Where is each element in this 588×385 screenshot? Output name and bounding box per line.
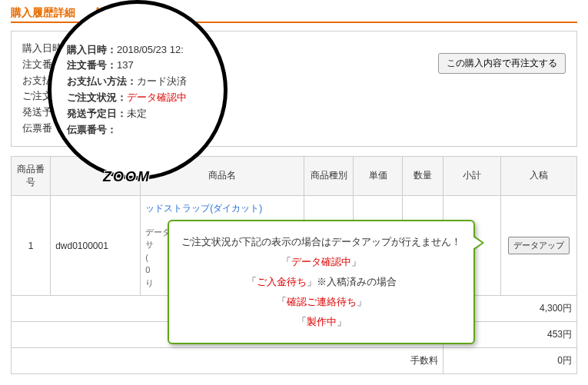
info-label: 発送予 — [22, 105, 52, 121]
zoom-value: 2018/05/23 12: — [117, 44, 184, 55]
callout-item: 「ご入金待ち」※入稿済みの場合 — [181, 272, 461, 292]
zoom-value: カード決済 — [137, 75, 187, 87]
col-header-upload: 入稿 — [500, 156, 576, 195]
zoom-label: 注文番号： — [67, 59, 117, 71]
col-header-unit: 単価 — [354, 156, 403, 195]
cell-upload: データアップ — [500, 195, 576, 296]
zoom-label: お支払い方法： — [67, 75, 137, 87]
col-header-type: 商品種別 — [304, 156, 354, 195]
zoom-label: 発送予定日： — [67, 108, 127, 119]
zoom-label: 伝票番号： — [67, 124, 117, 135]
zoom-magnifier: 購入日時：2018/05/23 12: 注文番号：137 お支払い方法：カード決… — [48, 0, 228, 180]
callout-lead: ご注文状況が下記の表示の場合はデータアップが行えません！ — [181, 232, 461, 252]
zoom-value: 未定 — [127, 108, 147, 119]
totals-row: 手数料 0円 — [12, 348, 577, 374]
callout-item: 「データ確認中」 — [181, 252, 461, 272]
zoom-value-red: データ確認中 — [127, 91, 187, 103]
totals-label: 手数料 — [12, 348, 443, 374]
cell-no: 1 — [12, 195, 51, 296]
col-header-qty: 数量 — [403, 156, 443, 195]
zoom-value: 137 — [117, 59, 134, 71]
callout-arrow-inner — [473, 237, 482, 249]
callout-box: ご注文状況が下記の表示の場合はデータアップが行えません！ 「データ確認中」 「ご… — [168, 220, 475, 344]
title-main: 購入履歴詳細 — [11, 6, 75, 18]
product-link[interactable]: ッドストラップ(ダイカット) — [145, 203, 262, 214]
col-header-no: 商品番号 — [12, 156, 51, 195]
zoom-tag-label: ZOOM — [103, 169, 151, 185]
reorder-button[interactable]: この購入内容で再注文する — [438, 53, 566, 74]
cell-code: dwd0100001 — [51, 195, 141, 296]
info-label: 伝票番 — [22, 121, 52, 137]
totals-value: 0円 — [443, 348, 577, 374]
callout-item: 「確認ご連絡待ち」 — [181, 292, 461, 312]
upload-button[interactable]: データアップ — [508, 237, 570, 254]
col-header-subtotal: 小計 — [443, 156, 501, 195]
zoom-label: 購入日時： — [67, 44, 117, 55]
zoom-label: ご注文状況： — [67, 91, 127, 103]
callout-item: 「製作中」 — [181, 312, 461, 332]
